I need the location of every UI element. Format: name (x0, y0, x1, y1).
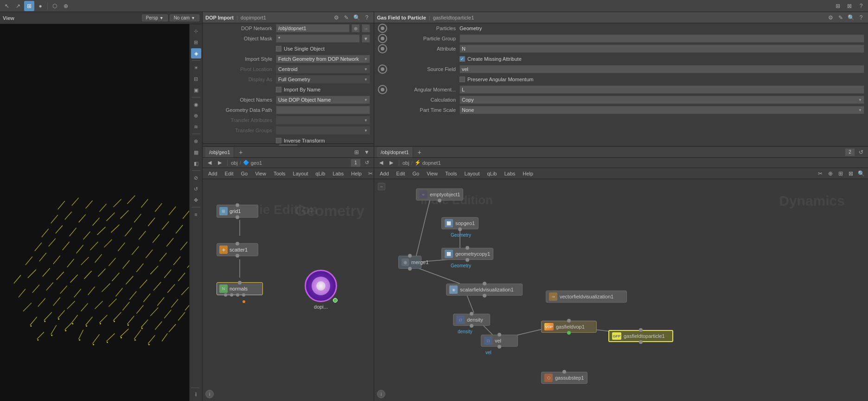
light-icon[interactable]: ☀ (191, 63, 201, 73)
info2-icon[interactable]: i (191, 389, 201, 399)
dop-menu-edit[interactable]: Edit (394, 168, 408, 179)
dop-node-vel[interactable]: □ vel vel (481, 335, 518, 347)
dop-zoom-icon[interactable]: 🔍 (857, 169, 865, 178)
field-icon[interactable]: ≋ (191, 122, 201, 132)
grid-icon[interactable]: ⊞ (191, 37, 201, 47)
dop-node-gassubstep1[interactable]: ⬡ gassubstep1 (541, 372, 587, 384)
vis-icon[interactable]: ◉ (191, 99, 201, 110)
object-mask-input[interactable] (276, 34, 360, 43)
dop-node-gasfieldvop1[interactable]: VOP gasfieldvop1 (541, 321, 597, 333)
gas-gear-icon[interactable]: ⚙ (826, 13, 835, 22)
dop-paste-icon[interactable]: ⊞ (836, 169, 845, 178)
dop-network-jump-btn[interactable]: → (362, 24, 370, 32)
orbit-icon[interactable]: ↺ (191, 184, 201, 194)
dop-node-gasfieldtoparticle1[interactable]: GFP gasfieldtoparticle1 (608, 330, 673, 342)
dop-info-btn[interactable]: i (377, 390, 385, 398)
dop-network-input[interactable] (276, 24, 350, 32)
camera-nocam-btn[interactable]: No cam ▼ (170, 14, 199, 21)
geo-panel-icon2[interactable]: ▼ (363, 148, 371, 156)
dop-node-density[interactable]: □ density density (453, 314, 490, 326)
dop-menu-tools[interactable]: Tools (442, 168, 460, 179)
camera2-icon[interactable]: ⊟ (191, 74, 201, 84)
geo-path-obj[interactable]: obj (231, 160, 238, 166)
tool-arrow[interactable]: ↗ (13, 1, 23, 11)
source-field-input[interactable] (460, 65, 864, 73)
transfer-attributes-dropdown[interactable]: ▼ (276, 116, 370, 124)
dop-network-tab[interactable]: /obj/dopnet1 (377, 147, 413, 157)
dop-node-merge1[interactable]: ⊕ merge1 (398, 256, 421, 269)
dop-menu-qlib[interactable]: qLib (485, 168, 500, 179)
dop-path-dopnet[interactable]: dopnet1 (422, 160, 441, 166)
dop-back-btn[interactable]: ◀ (377, 159, 385, 167)
dop-copy-icon[interactable]: ⊕ (826, 169, 835, 178)
geo-path-refresh-btn[interactable]: ↺ (363, 159, 371, 167)
dop-node-scalarfieldvis1[interactable]: ◉ scalarfieldvisualization1 (446, 284, 523, 296)
toggle-icon[interactable]: ≡ (191, 209, 201, 220)
geo-forward-btn[interactable]: ▶ (216, 159, 224, 167)
tool-question[interactable]: ? (856, 1, 866, 11)
tool-more[interactable]: ⊕ (61, 1, 71, 11)
geo-menu-add[interactable]: Add (205, 168, 220, 179)
dop-menu-view[interactable]: View (424, 168, 440, 179)
viewport-content[interactable]: ⊹ ⊞ ◈ ☀ ⊟ ▣ ◉ ⊕ ≋ ⊗ ▦ ◧ ⊘ ↺ ✥ ≡ (0, 24, 202, 401)
geo-menu-view[interactable]: View (252, 168, 269, 179)
search-icon[interactable]: 🔍 (352, 13, 361, 22)
geo-network-canvas[interactable]: Indie Edition Geometry ⊞ (203, 179, 374, 401)
geo-path-geo[interactable]: geo1 (251, 160, 262, 166)
gas-search-icon[interactable]: 🔍 (847, 13, 855, 22)
transfer-groups-dropdown[interactable]: ▼ (276, 126, 370, 135)
geo-node-normals[interactable]: N normals (217, 282, 263, 295)
gas-info-icon[interactable]: ? (857, 13, 865, 22)
edit-icon[interactable]: ✎ (342, 13, 351, 22)
dop-network-canvas[interactable]: Indie Edition Dynamics (374, 179, 868, 401)
import-by-name-checkbox[interactable] (276, 87, 281, 92)
inverse-transform-checkbox[interactable] (276, 138, 281, 143)
attribute-input[interactable] (460, 45, 864, 53)
geo-panel-icon1[interactable]: ⊞ (352, 148, 361, 156)
geo-back-btn[interactable]: ◀ (205, 159, 214, 167)
geo-menu-go[interactable]: Go (238, 168, 251, 179)
dop-page-indicator[interactable]: 2 (845, 148, 855, 156)
tool-layout[interactable]: ⊞ (833, 1, 843, 11)
dop-menu-go[interactable]: Go (410, 168, 422, 179)
zoom-icon[interactable]: ⊘ (191, 173, 201, 183)
geo-info-btn[interactable]: i (205, 390, 214, 398)
geo-menu-edit[interactable]: Edit (222, 168, 236, 179)
geo-node-grid1[interactable]: ⊞ grid1 (217, 205, 258, 218)
dop-path-obj[interactable]: obj (402, 160, 409, 166)
tool-cursor[interactable]: ↖ (2, 1, 12, 11)
import-style-dropdown[interactable]: Fetch Geometry from DOP Network ▼ (276, 55, 370, 63)
tool-select[interactable]: ⊞ (24, 1, 34, 11)
geo-network-tab[interactable]: /obj/geo1 (205, 147, 234, 157)
add-dop-tab-btn[interactable]: + (415, 148, 424, 157)
calculation-dropdown[interactable]: Copy ▼ (460, 96, 864, 104)
geo-menu-labs[interactable]: Labs (330, 168, 346, 179)
dop-collapse-btn[interactable]: − (378, 183, 385, 190)
handle-icon[interactable]: ⊗ (191, 136, 201, 146)
tool-paint[interactable]: ● (35, 1, 45, 11)
create-missing-attr-checkbox[interactable]: ✓ (460, 56, 465, 62)
use-single-object-checkbox[interactable] (276, 46, 281, 52)
gas-edit-icon[interactable]: ✎ (836, 13, 845, 22)
geo-path-page-btn[interactable]: 1 (351, 159, 361, 167)
snap-icon[interactable]: ⊹ (191, 26, 201, 36)
geo-menu-help[interactable]: Help (348, 168, 364, 179)
display-as-dropdown[interactable]: Full Geometry ▼ (276, 75, 370, 84)
dop-menu-layout[interactable]: Layout (462, 168, 483, 179)
particle-group-input[interactable] (460, 34, 864, 43)
dop-forward-btn[interactable]: ▶ (387, 159, 396, 167)
object-names-dropdown[interactable]: Use DOP Object Name ▼ (276, 96, 370, 104)
camera-perspective-btn[interactable]: Persp ▼ (142, 14, 168, 21)
tool-expand[interactable]: ⊠ (844, 1, 855, 11)
angular-moment-input[interactable] (460, 85, 864, 94)
particle-icon[interactable]: ⊕ (191, 110, 201, 121)
dop-node-sopgeo1[interactable]: ⬜ sopgeo1 Geometry (441, 217, 479, 229)
pivot-location-dropdown[interactable]: Centroid ▼ (276, 65, 370, 73)
geo-menu-qlib[interactable]: qLib (313, 168, 328, 179)
dop-grid2-icon[interactable]: ⊠ (847, 169, 855, 178)
render-icon[interactable]: ▣ (191, 85, 201, 95)
dop-cut-icon[interactable]: ✂ (816, 169, 824, 178)
geo-menu-tools[interactable]: Tools (271, 168, 288, 179)
dop-menu-labs[interactable]: Labs (501, 168, 518, 179)
dop-node-vectorfieldvis1[interactable]: ⇒ vectorfieldvisualization1 (546, 291, 627, 303)
